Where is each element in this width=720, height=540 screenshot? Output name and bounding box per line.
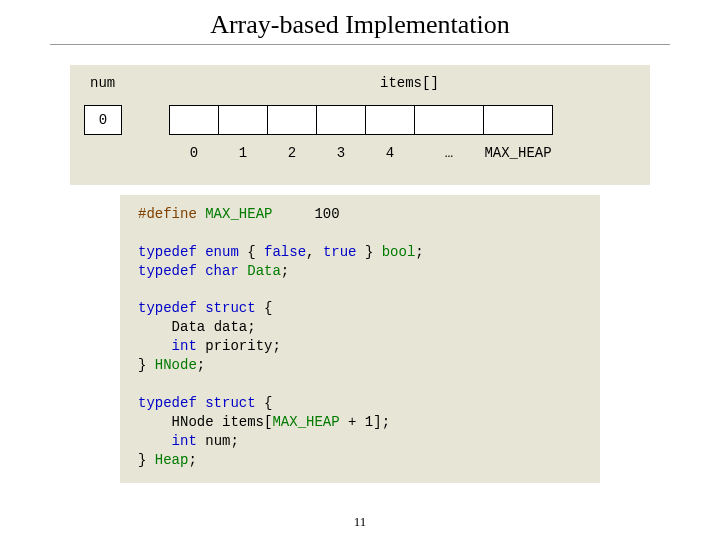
code-token: ; <box>197 357 205 373</box>
code-token: items <box>222 414 264 430</box>
code-token: Data <box>138 319 214 335</box>
code-token: HNode <box>155 357 197 373</box>
array-cell <box>365 105 415 135</box>
array-diagram: num items[] 0 0 1 2 3 4 … MAX_HEAP <box>70 65 650 185</box>
array-cell <box>483 105 553 135</box>
array-cells <box>170 105 553 135</box>
array-cell <box>218 105 268 135</box>
code-token: } <box>138 452 155 468</box>
code-token: priority <box>197 338 273 354</box>
code-token: HNode <box>138 414 222 430</box>
code-token: data <box>214 319 248 335</box>
slide-title: Array-based Implementation <box>50 0 670 45</box>
index-label: MAX_HEAP <box>483 145 553 161</box>
index-label: … <box>414 145 484 161</box>
num-label: num <box>90 75 115 91</box>
array-cell <box>267 105 317 135</box>
array-cell <box>316 105 366 135</box>
code-token: ; <box>247 319 255 335</box>
num-box: 0 <box>84 105 122 135</box>
code-token: MAX_HEAP <box>205 206 272 222</box>
code-token: , <box>306 244 323 260</box>
code-token: Data <box>239 263 281 279</box>
array-cell <box>414 105 484 135</box>
code-token: true <box>323 244 357 260</box>
index-label: 1 <box>218 145 268 161</box>
code-token: { <box>239 244 264 260</box>
code-token: ; <box>272 338 280 354</box>
code-token: bool <box>382 244 416 260</box>
code-token: { <box>256 300 273 316</box>
code-token: typedef <box>138 395 197 411</box>
code-token: ; <box>415 244 423 260</box>
code-token <box>138 433 172 449</box>
code-token: typedef <box>138 263 197 279</box>
code-token: } <box>138 357 155 373</box>
code-token: #define <box>138 206 197 222</box>
index-label: 0 <box>169 145 219 161</box>
code-token: int <box>172 338 197 354</box>
code-token: false <box>264 244 306 260</box>
code-token: ; <box>230 433 238 449</box>
code-token: ; <box>281 263 289 279</box>
code-token: Heap <box>155 452 189 468</box>
page-number: 11 <box>0 514 720 530</box>
code-token: } <box>356 244 381 260</box>
index-label: 4 <box>365 145 415 161</box>
code-token: struct <box>205 300 255 316</box>
code-token: typedef <box>138 244 197 260</box>
code-token <box>138 338 172 354</box>
code-token: enum <box>205 244 239 260</box>
index-row: 0 1 2 3 4 … MAX_HEAP <box>170 145 553 161</box>
code-token: int <box>172 433 197 449</box>
code-token: ; <box>188 452 196 468</box>
array-cell <box>169 105 219 135</box>
index-label: 3 <box>316 145 366 161</box>
code-token: 100 <box>314 206 339 222</box>
code-token: MAX_HEAP <box>272 414 339 430</box>
code-token: + 1]; <box>340 414 390 430</box>
items-label: items[] <box>380 75 439 91</box>
index-label: 2 <box>267 145 317 161</box>
code-token: typedef <box>138 300 197 316</box>
code-token: num <box>197 433 231 449</box>
code-token: struct <box>205 395 255 411</box>
code-token: { <box>256 395 273 411</box>
code-token: char <box>205 263 239 279</box>
code-block: #define MAX_HEAP 100 typedef enum { fals… <box>120 195 600 483</box>
